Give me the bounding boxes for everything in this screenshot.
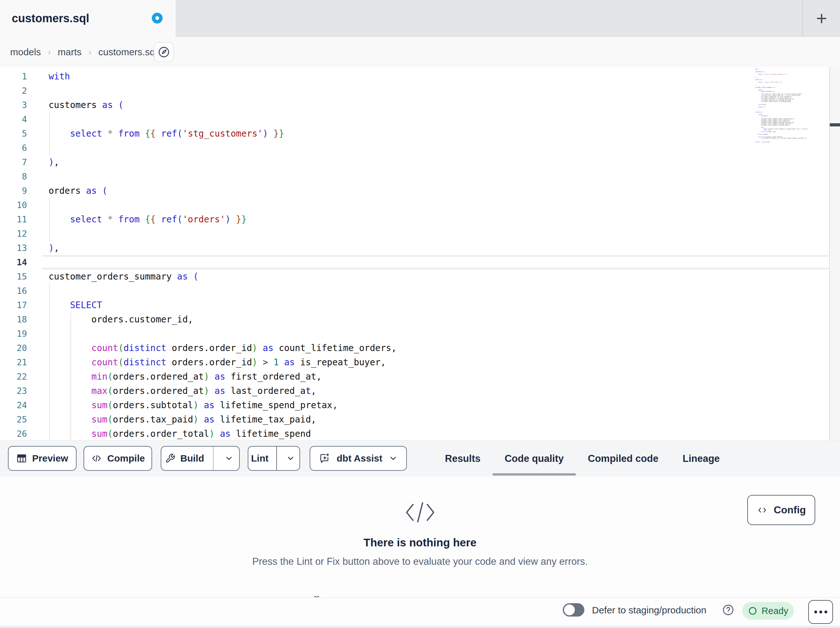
breadcrumb-item-file[interactable]: customers.sql bbox=[98, 47, 157, 57]
config-button-label: Config bbox=[774, 504, 806, 516]
breadcrumb-item-marts[interactable]: marts bbox=[58, 47, 82, 57]
tab-title: customers.sql bbox=[12, 0, 89, 36]
tab-separator bbox=[802, 0, 803, 36]
build-dropdown-button[interactable] bbox=[218, 447, 239, 470]
compass-icon bbox=[158, 46, 170, 59]
line-number: 2 bbox=[0, 84, 32, 98]
code-line bbox=[49, 84, 397, 98]
line-number: 7 bbox=[0, 155, 32, 169]
empty-state: There is nothing here Press the Lint or … bbox=[0, 476, 840, 567]
code-line: count(distinct orders.order_id) > 1 as i… bbox=[49, 355, 397, 369]
line-number: 24 bbox=[0, 398, 32, 412]
code-line: customer_orders_summary as ( bbox=[49, 269, 397, 284]
line-number: 12 bbox=[0, 226, 32, 241]
tab-results[interactable]: Results bbox=[433, 441, 493, 476]
line-number: 15 bbox=[0, 269, 32, 284]
code-line bbox=[49, 141, 397, 155]
tab-lineage[interactable]: Lineage bbox=[670, 441, 732, 476]
line-number: 6 bbox=[0, 141, 32, 155]
line-number: 11 bbox=[0, 212, 32, 226]
code-line bbox=[49, 169, 397, 183]
code-icon bbox=[756, 505, 768, 515]
code-editor[interactable]: 1234567891011121314151617181920212223242… bbox=[0, 67, 829, 440]
editor-scrollbar[interactable] bbox=[829, 67, 840, 440]
ready-circle-icon bbox=[748, 606, 758, 615]
help-icon[interactable] bbox=[722, 604, 734, 616]
code-line: orders as ( bbox=[49, 183, 397, 198]
tab-compiled-code[interactable]: Compiled code bbox=[576, 441, 670, 476]
chevron-down-icon bbox=[224, 454, 234, 463]
status-bar: Defer to staging/production Ready bbox=[0, 597, 840, 628]
line-number: 21 bbox=[0, 355, 32, 369]
defer-label: Defer to staging/production bbox=[592, 603, 706, 617]
code-line bbox=[49, 198, 397, 212]
preview-button-label: Preview bbox=[32, 453, 68, 464]
breadcrumb-bar: models › marts › customers.sql Save bbox=[0, 37, 840, 68]
ellipsis-icon bbox=[814, 611, 817, 614]
line-number: 1 bbox=[0, 69, 32, 84]
result-tabs: Results Code quality Compiled code Linea… bbox=[433, 441, 732, 476]
build-button[interactable]: Build bbox=[161, 447, 208, 470]
code-line: select * from {{ ref('stg_customers') }} bbox=[49, 127, 397, 141]
code-line: customers as ( bbox=[49, 98, 397, 112]
line-number: 4 bbox=[0, 112, 32, 127]
chevron-down-icon bbox=[389, 454, 398, 463]
code-line bbox=[49, 284, 397, 298]
code-line: ), bbox=[49, 155, 397, 169]
code-line: select * from joined bbox=[755, 141, 822, 142]
line-number: 3 bbox=[0, 98, 32, 112]
toggle-knob bbox=[564, 604, 575, 615]
config-button[interactable]: Config bbox=[747, 495, 815, 525]
line-number: 25 bbox=[0, 412, 32, 427]
code-line bbox=[49, 255, 397, 269]
table-icon bbox=[16, 453, 27, 464]
line-number: 16 bbox=[0, 284, 32, 298]
code-line: SELECT bbox=[49, 298, 397, 312]
code-line: sum(orders.subtotal) as lifetime_spend_p… bbox=[49, 398, 397, 412]
button-divider bbox=[276, 447, 277, 470]
code-line: min(orders.ordered_at) as first_ordered_… bbox=[49, 369, 397, 384]
new-tab-button[interactable]: + bbox=[807, 0, 837, 36]
button-divider bbox=[213, 447, 214, 470]
tab-customers-sql[interactable]: customers.sql bbox=[0, 0, 175, 37]
breadcrumb-separator-icon: › bbox=[48, 47, 51, 57]
code-icon bbox=[91, 453, 102, 464]
preview-button[interactable]: Preview bbox=[8, 446, 77, 471]
lint-dropdown-button[interactable] bbox=[282, 447, 300, 470]
defer-toggle[interactable] bbox=[563, 603, 584, 617]
code-line: orders.customer_id, bbox=[49, 312, 397, 327]
chat-sparkle-icon bbox=[319, 452, 330, 464]
line-number: 17 bbox=[0, 298, 32, 312]
tab-code-quality[interactable]: Code quality bbox=[493, 441, 576, 476]
code-line: select * from {{ ref('orders') }} bbox=[49, 212, 397, 226]
code-content[interactable]: withcustomers as ( select * from {{ ref(… bbox=[49, 69, 397, 440]
code-icon bbox=[403, 499, 437, 525]
ellipsis-icon bbox=[824, 611, 827, 614]
line-number: 19 bbox=[0, 327, 32, 341]
scrollbar-thumb[interactable] bbox=[830, 123, 840, 127]
code-line bbox=[49, 226, 397, 241]
wrench-icon bbox=[165, 453, 175, 463]
line-number-gutter: 1234567891011121314151617181920212223242… bbox=[0, 69, 32, 440]
line-number: 9 bbox=[0, 183, 32, 198]
more-options-button[interactable] bbox=[808, 600, 833, 624]
code-line: sum(orders.order_total) as lifetime_spen… bbox=[49, 427, 397, 440]
build-button-label: Build bbox=[180, 453, 204, 464]
chevron-down-icon bbox=[286, 454, 295, 463]
code-line: ), bbox=[49, 241, 397, 255]
lint-button[interactable]: Lint bbox=[248, 447, 271, 470]
code-line: max(orders.ordered_at) as last_ordered_a… bbox=[49, 384, 397, 398]
ellipsis-icon bbox=[819, 611, 822, 614]
breadcrumb: models › marts › customers.sql bbox=[10, 37, 157, 67]
minimap[interactable]: withcustomers as ( select * from {{ ref(… bbox=[755, 69, 822, 142]
compile-button[interactable]: Compile bbox=[84, 446, 152, 471]
status-badge-label: Ready bbox=[761, 606, 788, 616]
compile-button-label: Compile bbox=[107, 453, 145, 464]
breadcrumb-item-models[interactable]: models bbox=[10, 47, 41, 57]
line-number: 18 bbox=[0, 312, 32, 327]
code-line: count(distinct orders.order_id) as count… bbox=[49, 341, 397, 355]
line-number: 23 bbox=[0, 384, 32, 398]
dbt-assist-button[interactable]: dbt Assist bbox=[309, 446, 407, 471]
empty-state-title: There is nothing here bbox=[0, 536, 840, 549]
lineage-navigator-button[interactable] bbox=[154, 42, 174, 62]
